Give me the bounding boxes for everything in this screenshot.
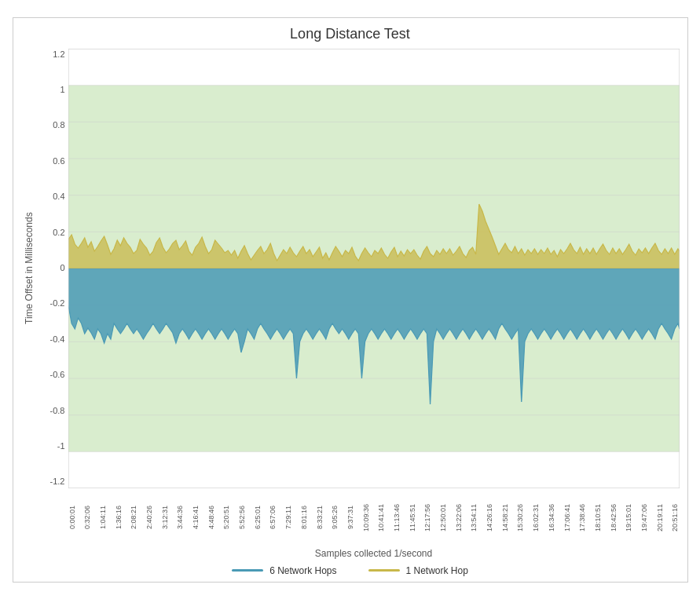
chart-title: Long Distance Test — [21, 26, 680, 42]
x-axis-tick: 4:16:41 — [192, 490, 200, 545]
legend-item-blue: 6 Network Hops — [232, 565, 336, 576]
x-axis-tick: 17:06:41 — [563, 490, 571, 545]
x-axis-label: Samples collected 1/second — [68, 548, 680, 559]
x-axis-tick: 2:08:21 — [130, 490, 137, 545]
plot-area — [68, 49, 680, 488]
x-axis-tick: 9:37:31 — [346, 490, 354, 545]
x-axis-tick: 1:04:11 — [99, 490, 107, 545]
y-axis-tick: 0.2 — [53, 228, 64, 237]
x-axis-tick: 16:34:36 — [548, 490, 555, 545]
chart-svg — [68, 49, 680, 488]
x-axis-tick: 19:47:06 — [640, 490, 648, 545]
x-axis-tick: 2:40:26 — [145, 490, 153, 545]
y-axis-tick: 0.6 — [53, 157, 64, 166]
x-axis-container: 0:00:010:32:061:04:111:36:162:08:212:40:… — [68, 490, 680, 545]
x-axis-tick: 0:32:06 — [83, 490, 91, 545]
x-axis-tick: 20:51:16 — [671, 490, 679, 545]
legend-line-blue — [232, 569, 263, 572]
y-axis-tick: -1.2 — [50, 477, 65, 486]
x-axis-tick: 3:12:31 — [161, 490, 169, 545]
x-axis-tick: 10:09:36 — [362, 490, 370, 545]
y-axis: 1.210.80.60.40.20-0.2-0.4-0.6-0.8-1-1.2 — [38, 49, 68, 488]
chart-container: Long Distance Test Time Offset in Millis… — [13, 17, 688, 583]
y-axis-tick: -0.8 — [50, 407, 65, 415]
chart-area: Time Offset in Milliseconds 1.210.80.60.… — [21, 49, 680, 488]
y-axis-tick: 0 — [60, 264, 64, 272]
x-axis-tick: 13:22:06 — [455, 490, 463, 545]
legend-label-yellow: 1 Network Hop — [406, 565, 468, 576]
legend: 6 Network Hops 1 Network Hop — [21, 565, 680, 576]
x-axis-tick: 5:20:51 — [222, 490, 230, 545]
x-axis-tick: 13:54:11 — [470, 490, 478, 545]
y-axis-tick: -1 — [57, 442, 65, 451]
x-axis-tick: 11:13:46 — [393, 490, 401, 545]
x-axis-tick: 14:58:21 — [501, 490, 509, 545]
legend-line-yellow — [368, 569, 400, 572]
x-axis-tick: 17:38:46 — [578, 490, 586, 545]
x-axis-tick: 12:50:01 — [439, 490, 447, 545]
x-axis-tick: 3:44:36 — [176, 490, 184, 545]
x-axis-tick: 9:05:26 — [331, 490, 339, 545]
y-axis-tick: -0.4 — [50, 335, 65, 344]
x-axis-tick: 20:19:11 — [656, 490, 664, 545]
x-axis-tick: 12:17:56 — [423, 490, 431, 545]
y-axis-tick: 0.8 — [53, 121, 64, 130]
x-axis-tick: 14:26:16 — [486, 490, 493, 545]
x-axis-tick: 16:02:31 — [532, 490, 540, 545]
y-axis-label: Time Offset in Milliseconds — [21, 49, 37, 488]
x-axis-tick: 18:10:51 — [594, 490, 602, 545]
x-axis-tick: 6:57:06 — [269, 490, 277, 545]
x-axis-tick: 8:01:16 — [300, 490, 308, 545]
x-axis-tick: 6:25:01 — [254, 490, 262, 545]
x-axis-tick: 15:30:26 — [516, 490, 524, 545]
x-axis-tick: 5:52:56 — [238, 490, 246, 545]
x-axis-tick: 1:36:16 — [115, 490, 123, 545]
x-axis-tick: 11:45:51 — [409, 490, 416, 545]
y-axis-tick: 1 — [60, 86, 64, 94]
legend-label-blue: 6 Network Hops — [269, 565, 336, 576]
y-axis-tick: 1.2 — [53, 50, 64, 59]
x-axis-tick: 18:42:56 — [610, 490, 618, 545]
x-axis-tick: 8:33:21 — [316, 490, 324, 545]
y-axis-tick: -0.6 — [50, 371, 65, 379]
x-axis-tick: 4:48:46 — [207, 490, 215, 545]
legend-item-yellow: 1 Network Hop — [368, 565, 468, 576]
y-axis-tick: -0.2 — [50, 299, 65, 308]
y-axis-tick: 0.4 — [53, 192, 64, 201]
x-axis-tick: 10:41:41 — [377, 490, 385, 545]
x-axis-tick: 19:15:01 — [625, 490, 632, 545]
x-axis-ticks: 0:00:010:32:061:04:111:36:162:08:212:40:… — [68, 490, 680, 545]
x-axis-tick: 0:00:01 — [68, 490, 76, 545]
x-axis-tick: 7:29:11 — [284, 490, 292, 545]
